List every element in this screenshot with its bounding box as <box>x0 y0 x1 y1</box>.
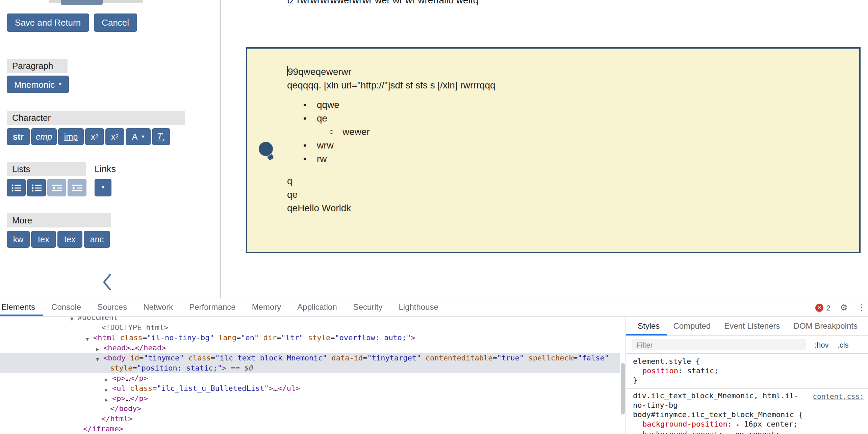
devtools-tab-network[interactable]: Network <box>135 298 181 316</box>
paragraph-style-dropdown[interactable]: Mnemonic ▾ <box>7 76 69 93</box>
devtools-tab-lighthouse[interactable]: Lighthouse <box>390 298 446 316</box>
mnemonic-text[interactable]: 99qweqewerwr qeqqqq. [xln url="http://"]… <box>287 65 841 215</box>
dom-tree-line[interactable]: </iframe> <box>0 424 620 434</box>
devtools-tab-security[interactable]: Security <box>345 298 391 316</box>
style-rule-line[interactable]: element.style { <box>626 357 868 367</box>
bullet-disc-icon: • <box>303 111 307 125</box>
collapsed-arrow-icon[interactable]: ▶ <box>105 385 108 394</box>
anchor-button[interactable]: anc <box>84 231 110 248</box>
sidebar-tab-dom-breakpoints[interactable]: DOM Breakpoints <box>787 317 864 335</box>
list-item: •qqwe <box>287 98 841 111</box>
collapsed-arrow-icon[interactable]: ▶ <box>96 344 99 353</box>
sidebar-tab-computed[interactable]: Computed <box>666 317 717 335</box>
dom-tree-line[interactable]: style="position: static;"> == $0 <box>0 363 620 373</box>
devtools-tab-application[interactable]: Application <box>289 298 345 316</box>
stylesheet-link[interactable]: content.css: <box>813 391 864 401</box>
devtools-tab-elements[interactable]: Elements <box>0 298 43 316</box>
style-rule-line[interactable]: position: static; <box>626 367 868 376</box>
devtools-toolbar-actions: ✕2 ⚙ ⋮ <box>815 298 866 317</box>
font-dropdown-button[interactable]: A▾ <box>126 128 151 145</box>
dom-tree-line[interactable]: </body> <box>0 404 620 414</box>
save-and-return-button[interactable]: Save and Return <box>7 13 89 32</box>
devtools-tabs: ElementsConsoleSourcesNetworkPerformance… <box>0 298 446 316</box>
style-filter-input[interactable] <box>632 339 806 350</box>
links-dropdown-button[interactable]: ▾ <box>95 179 111 196</box>
paragraph-line: q <box>287 174 841 188</box>
subscript-script: 2 <box>116 134 119 140</box>
clipped-slider-track[interactable] <box>49 0 143 3</box>
dom-tree-line[interactable]: ▼#document <box>0 317 620 323</box>
hover-state-toggle[interactable]: :hov <box>815 341 829 349</box>
expanded-arrow-icon[interactable]: ▼ <box>70 317 74 323</box>
nested-list-item: ○wewer <box>287 125 841 138</box>
error-count-badge[interactable]: ✕2 <box>815 303 830 311</box>
dom-tree-line[interactable]: ▶<p>…</p> <box>0 394 620 404</box>
tex-button[interactable]: tex <box>31 231 56 248</box>
indent-button[interactable] <box>68 179 86 196</box>
dom-tree-line[interactable]: ▼<html class="il-no-tiny-bg" lang="en" d… <box>0 333 620 343</box>
subscript-button[interactable]: x2 <box>105 128 124 145</box>
collapse-panel-button[interactable] <box>101 273 113 294</box>
style-rule-line[interactable]: } <box>626 376 868 385</box>
dom-tree-line[interactable]: ▶<head>…</head> <box>0 343 620 353</box>
style-rule-line[interactable]: body#tinymce.ilc_text_block_Mnemonic { <box>626 410 868 420</box>
tex-button-2[interactable]: tex <box>57 231 82 248</box>
mnemonic-block[interactable]: 99qweqewerwr qeqqqq. [xln url="http://"]… <box>246 47 861 253</box>
style-rule-line[interactable]: content.css:div.ilc_text_block_Mnemonic,… <box>626 391 868 401</box>
expanded-arrow-icon[interactable]: ▼ <box>86 334 89 343</box>
lightbulb-icon <box>257 140 278 167</box>
devtools-tab-performance[interactable]: Performance <box>181 298 244 316</box>
emphasis-button[interactable]: emp <box>31 128 57 145</box>
dom-tree-line[interactable]: ▼<body id="tinymce" class="ilc_text_bloc… <box>0 353 620 363</box>
class-toggle[interactable]: .cls <box>838 341 849 349</box>
keyword-button[interactable]: kw <box>7 231 30 248</box>
outdent-button[interactable] <box>47 179 66 196</box>
style-rule-line[interactable]: background-position: ▸ 16px center; <box>626 420 868 430</box>
devtools-tab-console[interactable]: Console <box>43 298 89 316</box>
dom-tree-line[interactable]: ▶<ul class="ilc_list_u_BulletedList">…</… <box>0 383 620 394</box>
devtools-tab-sources[interactable]: Sources <box>89 298 135 316</box>
links-section-label: Links <box>95 162 116 176</box>
collapsed-arrow-icon[interactable]: ▶ <box>105 395 108 404</box>
paragraph-line: qeHello Worldk <box>287 201 841 215</box>
bullet-disc-icon: • <box>303 98 307 111</box>
cancel-button[interactable]: Cancel <box>94 13 137 32</box>
overflow-menu-icon[interactable]: ⋮ <box>857 302 866 313</box>
sidebar-tab-event-listeners[interactable]: Event Listeners <box>717 317 787 335</box>
clear-format-glyph: Tx <box>157 131 164 142</box>
lists-section-label: Lists <box>7 162 86 176</box>
style-rule-line[interactable]: no-tiny-bg <box>626 401 868 410</box>
important-button[interactable]: imp <box>58 128 84 145</box>
devtools-tab-memory[interactable]: Memory <box>244 298 289 316</box>
style-rule-line[interactable]: background-repeat: ▸ no-repeat; <box>626 430 868 434</box>
dom-tree-line[interactable]: ▶<p>…</p> <box>0 373 620 383</box>
styles-sidebar-tabs: StylesComputedEvent ListenersDOM Breakpo… <box>626 317 868 336</box>
list-item-text: rw <box>317 153 327 164</box>
superscript-button[interactable]: x2 <box>85 128 104 145</box>
list-item-text: wewer <box>342 126 370 137</box>
scrollbar[interactable] <box>620 317 626 434</box>
bullet-disc-icon: • <box>303 152 307 165</box>
more-section-label: More <box>7 213 111 227</box>
settings-gear-icon[interactable]: ⚙ <box>840 302 848 313</box>
dom-tree-line[interactable]: <!DOCTYPE html> <box>0 323 620 333</box>
caret-down-icon: ▾ <box>102 185 104 190</box>
clipped-paragraph-text[interactable]: tz rwrwrwrwwerwrwr wer wr wr wrerfallo w… <box>287 0 478 5</box>
clipped-slider-thumb[interactable] <box>61 0 103 5</box>
sidebar-tab-styles[interactable]: Styles <box>626 317 666 335</box>
caret-down-icon: ▾ <box>59 82 61 87</box>
expanded-arrow-icon[interactable]: ▼ <box>96 354 99 363</box>
styles-sidebar: StylesComputedEvent ListenersDOM Breakpo… <box>626 317 868 434</box>
strong-button[interactable]: str <box>7 128 30 145</box>
error-count: 2 <box>826 303 830 311</box>
numbered-list-button[interactable] <box>27 179 46 196</box>
scrollbar-thumb[interactable] <box>621 363 625 414</box>
bullet-circle-icon: ○ <box>329 125 334 138</box>
dom-tree-line[interactable]: </html> <box>0 414 620 424</box>
clear-format-button[interactable]: Tx <box>152 128 170 145</box>
styles-filter-row: :hov .cls <box>626 336 868 354</box>
page-editor-content: tz rwrwrwrwwerwrwr wer wr wr wrerfallo w… <box>222 0 868 298</box>
collapsed-arrow-icon[interactable]: ▶ <box>105 375 108 383</box>
bullet-list-button[interactable] <box>7 179 26 196</box>
more-button-row: kw tex tex anc <box>7 231 110 248</box>
